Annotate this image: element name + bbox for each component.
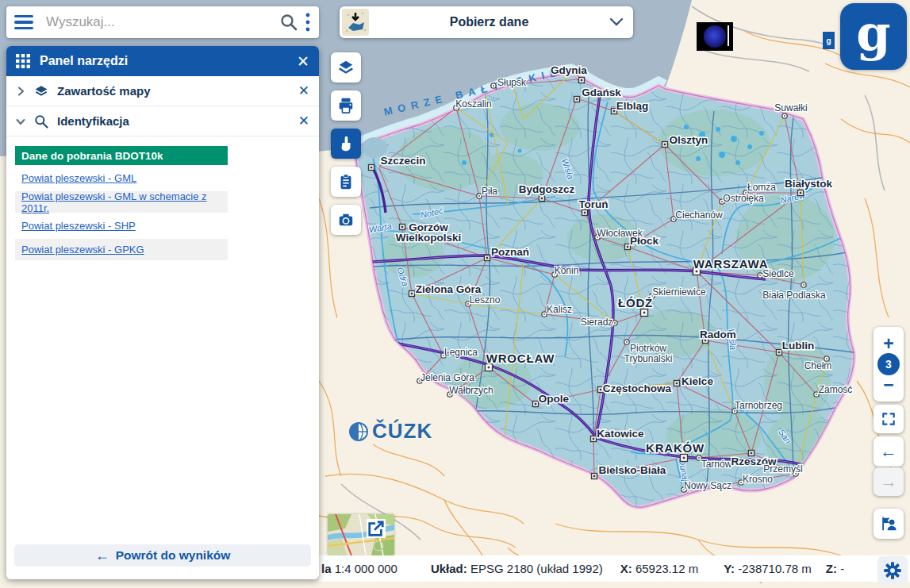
back-arrow-icon: ← <box>95 548 109 564</box>
download-thumbnail-icon <box>342 9 369 36</box>
city-marker-dot <box>643 312 646 314</box>
city-label: Łomża <box>747 182 776 193</box>
gear-icon <box>883 561 902 580</box>
clipboard-icon <box>337 173 355 190</box>
city-marker-dot <box>541 198 543 200</box>
forward-arrow-icon: → <box>880 471 897 492</box>
city-marker-dot <box>584 212 586 214</box>
city-marker-dot <box>576 98 578 101</box>
layers-tool-button[interactable] <box>331 52 361 83</box>
section-label: Zawartość mapy <box>57 84 298 98</box>
city-marker-dot <box>401 226 404 229</box>
city-label: Lublin <box>782 340 815 352</box>
clipboard-tool-button[interactable] <box>331 167 361 197</box>
z-coordinate-readout: Z: - <box>826 562 844 575</box>
city-label: Bydgoszcz <box>519 183 575 195</box>
tools-panel: Panel narzędzi ✕ Zawartość mapy ✕ Identy… <box>6 46 319 579</box>
download-data-bar[interactable]: Pobierz dane <box>340 6 633 38</box>
search-bar <box>6 6 319 38</box>
panel-close-icon[interactable]: ✕ <box>297 54 309 69</box>
download-link-shp[interactable]: Powiat pleszewski - SHP <box>21 220 136 232</box>
city-label: WROCŁAW <box>486 352 555 365</box>
section-close-icon[interactable]: ✕ <box>298 113 309 129</box>
city-label: Trybunalski <box>624 353 673 364</box>
section-close-icon[interactable]: ✕ <box>298 83 309 99</box>
search-input[interactable] <box>46 14 279 30</box>
zoom-in-button[interactable]: + <box>883 336 893 352</box>
kebab-menu-icon[interactable] <box>305 12 311 33</box>
city-label: Zielona Góra <box>416 283 482 295</box>
city-marker-dot <box>493 85 494 86</box>
city-marker-dot <box>740 482 742 483</box>
city-label: Kalisz <box>547 304 572 315</box>
city-marker-dot <box>803 284 804 286</box>
tools-panel-header: Panel narzędzi ✕ <box>6 46 319 76</box>
city-label: Konin <box>555 265 579 276</box>
city-label: Ciechanów <box>675 209 723 221</box>
city-label: Biała Podlaska <box>762 290 826 301</box>
back-button-label: Powrót do wyników <box>116 548 231 563</box>
city-marker-dot <box>478 195 480 197</box>
city-marker-dot <box>371 167 373 169</box>
layers-icon <box>337 59 355 76</box>
city-label: Opole <box>539 393 570 405</box>
fullscreen-icon <box>881 411 897 427</box>
person-flag-icon <box>880 515 897 532</box>
city-label: Wielkopolski <box>396 232 461 244</box>
city-marker-dot <box>467 303 469 305</box>
city-marker-dot <box>751 452 753 455</box>
city-label: Gdynia <box>551 64 587 76</box>
download-link-gml-2011[interactable]: Powiat pleszewski - GML w schemacie z 20… <box>21 190 221 214</box>
city-label: Elbląg <box>616 100 649 112</box>
city-marker-dot <box>488 367 490 369</box>
download-link-row: Powiat pleszewski - GPKG <box>15 239 228 260</box>
section-identification[interactable]: Identyfikacja ✕ <box>6 106 319 136</box>
city-marker-dot <box>593 438 595 440</box>
city-marker-dot <box>664 144 666 146</box>
city-label: Zamość <box>819 384 853 395</box>
history-back-button[interactable]: ← <box>874 436 904 467</box>
fullscreen-button[interactable] <box>874 405 904 433</box>
feedback-button[interactable] <box>874 509 904 539</box>
city-label: Leszno <box>470 294 501 306</box>
mini-logo-badge: g <box>823 32 835 49</box>
logo-letter: g <box>856 9 890 58</box>
city-label: Włocławek <box>597 228 643 239</box>
chevron-down-icon[interactable] <box>16 117 25 126</box>
download-link-row: Powiat pleszewski - GML <box>15 167 228 189</box>
download-bar-label: Pobierz dane <box>369 15 609 29</box>
section-map-content[interactable]: Zawartość mapy ✕ <box>6 76 319 106</box>
menu-icon[interactable] <box>14 15 33 29</box>
search-icon[interactable] <box>279 13 298 32</box>
print-tool-button[interactable] <box>331 90 361 121</box>
city-label: Ostrołęka <box>723 193 764 204</box>
zoom-out-button[interactable]: − <box>883 377 893 393</box>
chevron-right-icon[interactable] <box>16 86 25 96</box>
chevron-down-icon[interactable] <box>609 17 624 27</box>
geoportal-app: MORZE BAŁTYCKIE WisłaWisłaOdraWartaNoteć… <box>0 0 910 588</box>
history-forward-button[interactable]: → <box>874 467 904 496</box>
city-label: Siedlce <box>762 268 794 279</box>
city-label: Tarnów <box>701 459 732 470</box>
overview-expand-button[interactable] <box>367 519 386 538</box>
camera-tool-button[interactable] <box>331 205 361 235</box>
settings-button[interactable] <box>877 556 908 585</box>
printer-icon <box>337 97 355 114</box>
grid-icon <box>16 54 30 68</box>
city-marker-dot <box>614 322 616 324</box>
magnifier-icon <box>33 113 49 129</box>
geoportal-logo[interactable]: g <box>840 3 907 70</box>
city-label: Koszalin <box>455 98 491 110</box>
city-label: WARSZAWA <box>693 257 769 271</box>
city-label: Piła <box>482 186 497 197</box>
city-label: Białystok <box>785 178 833 190</box>
section-label: Identyfikacja <box>57 114 298 128</box>
identify-tool-button[interactable] <box>331 129 361 159</box>
globe-icon <box>347 420 371 444</box>
city-label: Suwałki <box>774 102 807 113</box>
download-link-gpkg[interactable]: Powiat pleszewski - GPKG <box>21 244 144 256</box>
city-marker-dot <box>613 110 616 113</box>
download-link-gml[interactable]: Powiat pleszewski - GML <box>21 172 136 184</box>
scale-readout: la 1:4 000 000 <box>321 562 397 575</box>
back-to-results-button[interactable]: ← Powrót do wyników <box>14 544 311 567</box>
